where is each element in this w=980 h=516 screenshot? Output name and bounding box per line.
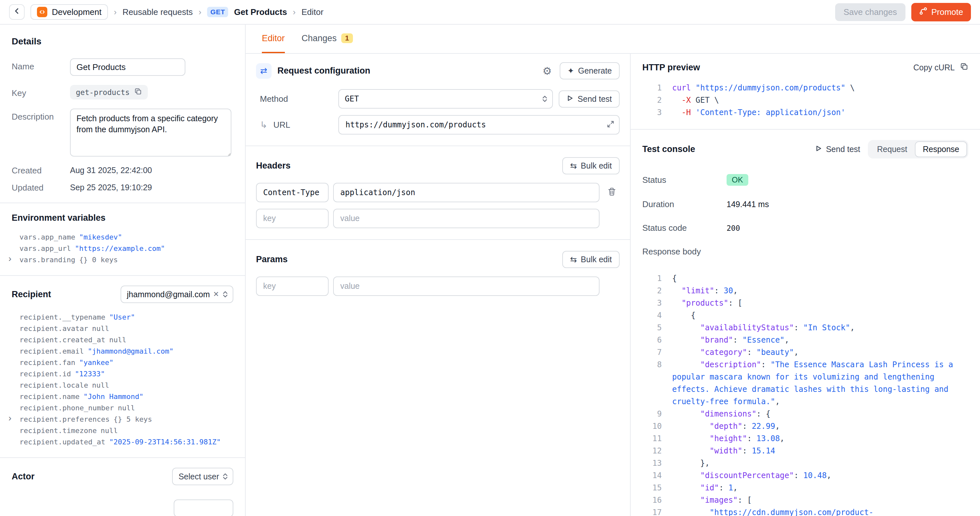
clear-icon[interactable]: ✕ bbox=[213, 290, 219, 298]
line-number: 3 bbox=[642, 297, 672, 309]
recipient-select[interactable]: jhammond@gmail.com ✕ bbox=[121, 285, 233, 303]
request-response-toggle: Request Response bbox=[868, 140, 968, 159]
console-send-test-button[interactable]: Send test bbox=[815, 145, 861, 154]
code-text: "width": 15.14 bbox=[672, 445, 968, 457]
return-arrow-icon: ↳ bbox=[260, 119, 267, 130]
save-changes-button[interactable]: Save changes bbox=[835, 3, 905, 21]
recipient-field-row: recipient.created_at null bbox=[12, 334, 233, 346]
tab-editor[interactable]: Editor bbox=[262, 25, 285, 53]
breadcrumb-reusable-requests[interactable]: Reusable requests bbox=[123, 7, 193, 17]
recipient-field-row: recipient.locale null bbox=[12, 379, 233, 391]
updated-row: Updated Sep 25 2025, 19:10:29 bbox=[12, 183, 233, 193]
workspace-switcher[interactable]: Development bbox=[30, 4, 108, 20]
code-text: "discountPercentage": 10.48, bbox=[672, 469, 968, 482]
development-environment-icon bbox=[37, 7, 47, 17]
expand-chevron-icon[interactable]: › bbox=[8, 414, 11, 423]
headers-bulk-edit-button[interactable]: ⇆ Bulk edit bbox=[562, 157, 620, 174]
code-line: 6 "brand": "Essence", bbox=[642, 334, 968, 346]
request-editor-column: ⇄ Request configuration ⚙ ✦ Generate Met… bbox=[246, 54, 631, 516]
line-number: 6 bbox=[642, 334, 672, 346]
description-textarea[interactable]: Fetch products from a specific category … bbox=[70, 108, 231, 156]
code-text: "images": [ bbox=[672, 494, 968, 506]
created-value: Aug 31 2025, 22:42:00 bbox=[70, 166, 152, 176]
description-row: Description Fetch products from a specif… bbox=[12, 108, 233, 156]
select-chevrons-icon bbox=[222, 472, 228, 481]
copy-icon[interactable] bbox=[134, 88, 142, 97]
code-text: curl "https://dummyjson.com/products" \ bbox=[672, 82, 968, 94]
params-bulk-edit-button[interactable]: ⇆ Bulk edit bbox=[562, 251, 620, 268]
status-code-label: Status code bbox=[642, 223, 727, 233]
editor-tabbar: Editor Changes 1 bbox=[246, 25, 980, 54]
copy-curl-button[interactable]: Copy cURL bbox=[913, 62, 968, 73]
header-value-input[interactable] bbox=[333, 209, 600, 228]
editor-divider bbox=[246, 145, 630, 146]
curl-preview-code: 1curl "https://dummyjson.com/products" \… bbox=[642, 82, 968, 119]
test-console-title: Test console bbox=[642, 144, 695, 154]
line-number: 7 bbox=[642, 346, 672, 358]
promote-branch-icon bbox=[919, 7, 928, 18]
code-text: "https://cdn.dummyjson.com/product-image… bbox=[672, 506, 968, 516]
line-number: 8 bbox=[642, 358, 672, 408]
expand-chevron-icon[interactable]: › bbox=[8, 254, 11, 263]
environment-variables-list: vars.app_name "mikesdev" vars.app_url "h… bbox=[12, 231, 233, 266]
cutoff-select[interactable] bbox=[174, 500, 233, 516]
changes-count-badge: 1 bbox=[341, 33, 353, 43]
param-value-input[interactable] bbox=[333, 277, 600, 296]
method-row: Method GET Send test bbox=[256, 89, 620, 108]
bulk-edit-icon: ⇆ bbox=[570, 255, 577, 264]
status-code-value: 200 bbox=[727, 224, 740, 233]
env-var-row: vars.app_name "mikesdev" bbox=[12, 231, 233, 243]
key-chip[interactable]: get-products bbox=[70, 85, 148, 99]
generate-button[interactable]: ✦ Generate bbox=[560, 62, 620, 80]
line-number: 2 bbox=[642, 285, 672, 297]
response-tab-button[interactable]: Response bbox=[915, 141, 967, 157]
headers-section-header: Headers ⇆ Bulk edit bbox=[256, 157, 620, 174]
param-key-input[interactable] bbox=[256, 277, 329, 296]
url-label: URL bbox=[273, 120, 290, 130]
code-line: 7 "category": "beauty", bbox=[642, 346, 968, 358]
actor-select-placeholder: Select user bbox=[178, 472, 219, 481]
recipient-fields-list: recipient.__typename "User" recipient.av… bbox=[12, 312, 233, 448]
recipient-field-row: recipient.avatar null bbox=[12, 323, 233, 334]
code-line: 16 "images": [ bbox=[642, 494, 968, 506]
chevron-left-icon bbox=[13, 7, 21, 17]
name-input[interactable] bbox=[70, 58, 185, 76]
line-number: 3 bbox=[642, 106, 672, 119]
workspace-label: Development bbox=[52, 7, 102, 17]
promote-button[interactable]: Promote bbox=[911, 3, 971, 21]
code-text: }, bbox=[672, 457, 968, 469]
header-row-empty bbox=[256, 209, 620, 228]
line-number: 1 bbox=[642, 82, 672, 94]
swap-arrows-icon: ⇄ bbox=[256, 63, 272, 79]
code-text: "depth": 22.99, bbox=[672, 420, 968, 432]
line-number: 15 bbox=[642, 482, 672, 494]
line-number: 4 bbox=[642, 309, 672, 322]
header-key-input[interactable] bbox=[256, 183, 329, 202]
header-value-input[interactable] bbox=[333, 183, 600, 202]
code-text: "id": 1, bbox=[672, 482, 968, 494]
key-value: get-products bbox=[76, 88, 130, 97]
expand-icon[interactable] bbox=[607, 120, 614, 130]
header-key-input[interactable] bbox=[256, 209, 329, 228]
line-number: 17 bbox=[642, 506, 672, 516]
actor-select[interactable]: Select user bbox=[172, 468, 233, 485]
send-test-button[interactable]: Send test bbox=[559, 91, 620, 108]
request-tab-button[interactable]: Request bbox=[869, 141, 915, 157]
recipient-field-row: › recipient.preferences {} 5 keys bbox=[12, 414, 233, 425]
breadcrumb-request-name[interactable]: Get Products bbox=[234, 7, 287, 17]
delete-header-button[interactable] bbox=[604, 187, 620, 198]
code-line: 11 "height": 13.08, bbox=[642, 432, 968, 445]
sparkle-icon: ✦ bbox=[568, 66, 574, 75]
method-select[interactable]: GET bbox=[338, 89, 553, 108]
gear-icon[interactable]: ⚙ bbox=[542, 66, 552, 76]
env-var-row: › vars.branding {} 0 keys bbox=[12, 254, 233, 266]
code-line: 8 "description": "The Essence Mascara La… bbox=[642, 358, 968, 408]
actor-title: Actor bbox=[12, 471, 35, 482]
tab-changes[interactable]: Changes 1 bbox=[302, 25, 353, 53]
trash-icon bbox=[607, 187, 616, 198]
select-chevrons-icon bbox=[542, 95, 548, 103]
code-line: 9 "dimensions": { bbox=[642, 408, 968, 420]
line-number: 1 bbox=[642, 272, 672, 285]
back-button[interactable] bbox=[9, 4, 25, 20]
url-input[interactable] bbox=[338, 115, 620, 134]
